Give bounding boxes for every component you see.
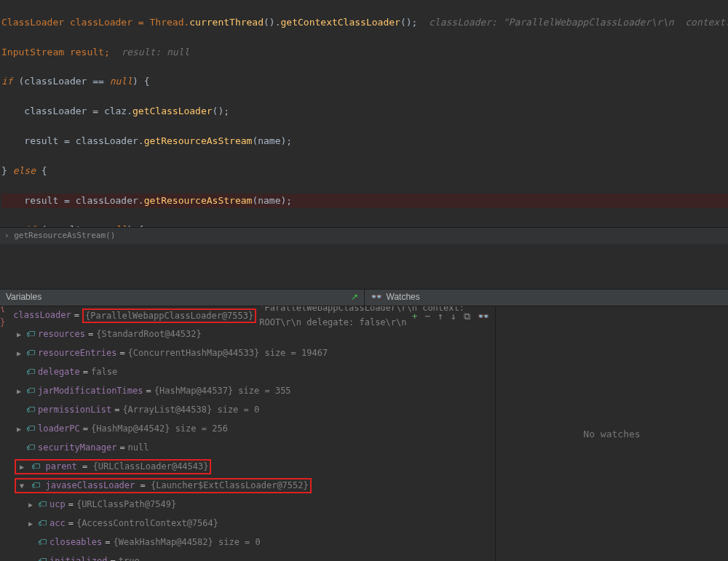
field-icon: 🏷 (38, 554, 47, 561)
highlighted-box: ▶ 🏷 parent = {URLClassLoader@44543} (15, 459, 211, 474)
breadcrumb[interactable]: › getResourceAsStream() (0, 227, 728, 244)
code-line-2: InputStream result; result: null (1, 45, 728, 60)
object-icon: { } (0, 306, 10, 330)
var-acc[interactable]: ▶ 🏷 acc = {AccessControlContext@7564} (0, 514, 495, 533)
chevron-right-icon[interactable]: ▶ (15, 386, 23, 397)
glasses-icon: 👓 (371, 290, 382, 305)
var-javase-classloader[interactable]: ▼ 🏷 javaseClassLoader = {Launcher$ExtCla… (0, 477, 495, 496)
field-icon: 🏷 (26, 441, 35, 455)
var-ucp[interactable]: ▶ 🏷 ucp = {URLClassPath@7549} (0, 496, 495, 514)
code-line-3: if (classLoader == null) { (1, 74, 728, 89)
tab-label: Watches (387, 290, 420, 304)
var-parent[interactable]: ▶ 🏷 parent = {URLClassLoader@44543} (0, 458, 495, 477)
arrow-up-icon[interactable]: ↑ (438, 309, 443, 325)
chevron-right-icon[interactable]: ▶ (15, 329, 23, 341)
inline-hint: classLoader: "ParallelWebappClassLoader\… (429, 17, 728, 28)
chevron-right-icon[interactable]: ▶ (17, 461, 26, 473)
add-icon[interactable]: + (412, 309, 418, 325)
code-editor[interactable]: ClassLoader classLoader = Thread.current… (0, 0, 728, 227)
variables-toolbar: + − ↑ ↓ ⧉ 👓 (412, 309, 489, 325)
tab-variables[interactable]: Variables ↗ (0, 290, 365, 306)
code-line-4: classLoader = claz.getClassLoader(); (1, 104, 728, 119)
field-icon: 🏷 (26, 403, 35, 417)
var-permission-list[interactable]: ▶ 🏷 permissionList = {ArrayList@44538} s… (0, 401, 495, 420)
highlighted-box: {ParallelWebappClassLoader@7553} (82, 309, 256, 323)
chevron-right-icon[interactable]: ▶ (15, 348, 23, 359)
tab-watches[interactable]: 👓 Watches (365, 290, 729, 306)
watches-empty-label: No watches (583, 427, 640, 442)
arrow-down-icon[interactable]: ↓ (451, 309, 456, 325)
field-icon: 🏷 (26, 384, 35, 398)
chevron-down-icon[interactable]: ▼ (17, 480, 26, 492)
inline-hint: result: null (121, 47, 189, 57)
code-line-1: ClassLoader classLoader = Thread.current… (1, 15, 728, 30)
code-line-5: result = classLoader.getResourceAsStream… (1, 134, 728, 148)
watches-panel[interactable]: No watches (495, 306, 728, 561)
var-delegate[interactable]: ▶ 🏷 delegate = false (0, 363, 495, 382)
debug-tabs: Variables ↗ 👓 Watches (0, 289, 728, 306)
chevron-right-icon[interactable]: ▶ (26, 499, 35, 511)
open-new-icon[interactable]: ↗ (351, 290, 358, 304)
var-jar-modification-times[interactable]: ▶ 🏷 jarModificationTimes = {HashMap@4453… (0, 382, 495, 401)
var-security-manager[interactable]: ▶ 🏷 securityManager = null (0, 439, 495, 458)
var-loader-pc[interactable]: ▶ 🏷 loaderPC = {HashMap@44542} size = 25… (0, 420, 495, 439)
chevron-right-icon[interactable]: ▶ (15, 423, 23, 435)
var-initialized[interactable]: ▶ 🏷 initialized = true (0, 552, 495, 561)
minus-icon[interactable]: − (425, 309, 431, 325)
code-line-7: result = classLoader.getResourceAsStream… (1, 194, 728, 208)
field-icon: 🏷 (38, 498, 47, 512)
field-icon: 🏷 (38, 536, 47, 549)
chevron-right-icon[interactable]: ▶ (26, 518, 35, 530)
glasses-icon[interactable]: 👓 (478, 309, 489, 325)
variables-panel[interactable]: + − ↑ ↓ ⧉ 👓 { } classLoader = {ParallelW… (0, 306, 495, 561)
field-icon: 🏷 (26, 422, 35, 436)
panel-gap (0, 244, 728, 289)
copy-icon[interactable]: ⧉ (464, 309, 470, 325)
field-icon: 🏷 (31, 480, 40, 491)
field-icon: 🏷 (26, 346, 35, 360)
field-icon: 🏷 (31, 461, 40, 472)
field-icon: 🏷 (38, 517, 47, 530)
var-resource-entries[interactable]: ▶ 🏷 resourceEntries = {ConcurrentHashMap… (0, 344, 495, 363)
code-line-6: } else { (1, 164, 728, 178)
tab-label: Variables (6, 290, 41, 304)
var-closeables[interactable]: ▶ 🏷 closeables = {WeakHashMap@44582} siz… (0, 533, 495, 552)
field-icon: 🏷 (26, 365, 35, 379)
highlighted-box: ▼ 🏷 javaseClassLoader = {Launcher$ExtCla… (15, 478, 312, 493)
field-icon: 🏷 (26, 327, 35, 341)
